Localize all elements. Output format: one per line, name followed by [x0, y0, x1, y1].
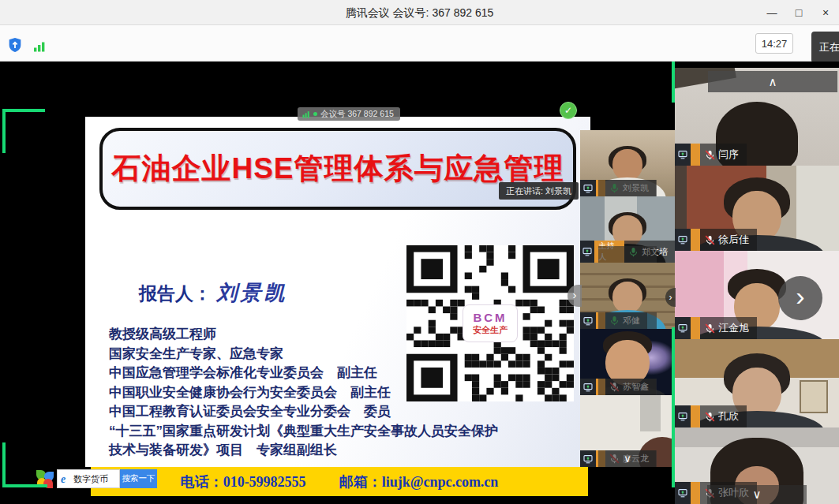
slide-title: 石油企业HSE管理体系与应急管理	[111, 149, 564, 189]
window-title: 腾讯会议 会议号: 367 892 615	[0, 0, 839, 25]
presenter-line: 报告人： 刘景凯	[139, 279, 287, 307]
mic-muted-icon	[705, 412, 715, 422]
screen-sharing-badge-icon	[580, 450, 596, 467]
shared-slide: 石油企业HSE管理体系与应急管理 报告人： 刘景凯 教授级高级工程师 国家安全生…	[85, 117, 590, 467]
qr-code: BCM 安全生产	[406, 245, 574, 401]
qr-label-bcm: BCM	[473, 311, 507, 324]
presenter-label: 报告人：	[139, 283, 212, 304]
participant-name: 闫序	[718, 147, 739, 162]
host-badge	[691, 317, 700, 339]
screen-sharing-badge-icon	[580, 312, 596, 329]
search-submit-button[interactable]: 搜索一下	[120, 469, 157, 488]
tile-name-bar: 闫序	[675, 144, 747, 166]
active-speaker-toast: 正在讲话: 刘景凯	[499, 182, 579, 200]
participant-name: 孔欣	[718, 409, 739, 424]
slide-contact-bar: 电话：010-59982555 邮箱：liujk@cnpc.com.cn	[91, 467, 588, 496]
close-button[interactable]: ×	[812, 0, 839, 25]
video-strip: 刘景凯 主持人 郑文培	[580, 62, 675, 467]
share-border-segment	[2, 442, 6, 487]
credential-line: “十三五”国家重点研发计划《典型重大生产安全事故人员安全保护	[109, 422, 582, 442]
video-tile[interactable]: 刘景凯	[580, 130, 675, 196]
video-tile[interactable]: 张叶欣 ∨	[675, 427, 839, 504]
share-border-segment	[672, 327, 675, 487]
screen-sharing-badge-icon	[675, 405, 691, 427]
collapse-videos-button[interactable]	[598, 246, 657, 263]
window-controls: — □ ×	[758, 0, 839, 25]
meeting-toolbar: 14:27 正在	[0, 25, 839, 62]
email-contact: 邮箱：liujk@cnpc.com.cn	[339, 472, 499, 491]
phone-contact: 电话：010-59982555	[181, 472, 306, 491]
share-border-segment	[2, 109, 6, 153]
annotation-check-icon[interactable]: ✓	[560, 102, 577, 119]
collapse-sidebar-button[interactable]: ∧	[708, 71, 837, 92]
screen-sharing-badge-icon	[580, 180, 596, 196]
host-badge	[691, 229, 700, 251]
status-dot	[313, 112, 317, 116]
collapse-videos-button[interactable]: ∨	[598, 450, 657, 467]
network-signal-icon[interactable]	[33, 35, 49, 53]
screen-sharing-badge-icon	[675, 482, 691, 504]
host-badge	[691, 482, 700, 504]
video-tile[interactable]: 孔欣	[675, 339, 839, 427]
video-tile[interactable]: 徐后佳	[675, 166, 839, 251]
collapse-videos-button[interactable]	[598, 312, 657, 329]
credential-line: 中国工程教育认证委员会安全专业分委会 委员	[109, 402, 582, 422]
screen-sharing-badge-icon	[580, 379, 596, 395]
share-border-segment	[672, 62, 675, 103]
screen-sharing-badge-icon	[675, 229, 691, 251]
sharing-status-flyout[interactable]: 正在	[811, 32, 839, 63]
meeting-stage: 石油企业HSE管理体系与应急管理 报告人： 刘景凯 教授级高级工程师 国家安全生…	[0, 62, 839, 504]
meeting-number-text: 会议号 367 892 615	[320, 109, 394, 120]
collapse-videos-button[interactable]: ∨	[707, 485, 807, 504]
share-border-segment	[2, 484, 47, 487]
presenter-name: 刘景凯	[216, 282, 287, 304]
qr-label-safety: 安全生产	[473, 324, 508, 336]
mic-muted-icon	[705, 235, 715, 245]
host-badge	[691, 405, 700, 427]
video-tile[interactable]: 廖云龙 ∨	[580, 395, 675, 467]
tile-name-bar: 江金旭	[675, 317, 757, 339]
next-page-button[interactable]: ›	[778, 276, 822, 320]
desktop-search-input[interactable]: e 数字货币	[57, 469, 120, 488]
video-tile[interactable]: 苏智鑫	[580, 329, 675, 395]
video-tile[interactable]: 主持人 郑文培	[580, 196, 675, 263]
minimize-button[interactable]: —	[758, 0, 785, 25]
tile-name-bar: 孔欣	[675, 405, 747, 427]
screen-sharing-badge-icon	[675, 144, 691, 166]
mic-muted-icon	[705, 323, 715, 334]
mic-muted-icon	[705, 150, 715, 160]
meeting-timer: 14:27	[755, 33, 793, 54]
tile-name-bar: 徐后佳	[675, 229, 757, 251]
host-badge	[691, 144, 700, 166]
video-tile[interactable]: 邓健	[580, 263, 675, 329]
browser-e-icon: e	[61, 474, 71, 484]
share-border-segment	[2, 109, 45, 112]
qr-center-label: BCM 安全生产	[463, 304, 518, 342]
credential-line: 技术与装备研发》项目 专家组副组长	[109, 441, 582, 461]
collapse-videos-button[interactable]	[598, 180, 657, 196]
screen-sharing-badge-icon	[580, 241, 594, 263]
participant-name: 江金旭	[718, 321, 749, 335]
collapse-videos-button[interactable]	[598, 379, 657, 395]
search-query-text: 数字货币	[73, 473, 108, 485]
shield-icon[interactable]	[8, 35, 24, 53]
screen-sharing-badge-icon	[675, 317, 691, 339]
participant-name: 徐后佳	[718, 233, 749, 247]
meeting-number-pill[interactable]: 会议号 367 892 615	[298, 107, 400, 121]
tencent-meeting-window: 腾讯会议 会议号: 367 892 615 — □ × 14:27 正在	[0, 0, 839, 504]
maximize-button[interactable]: □	[785, 0, 812, 25]
title-bar: 腾讯会议 会议号: 367 892 615 — □ ×	[0, 0, 839, 25]
signal-bars-icon	[302, 110, 310, 118]
